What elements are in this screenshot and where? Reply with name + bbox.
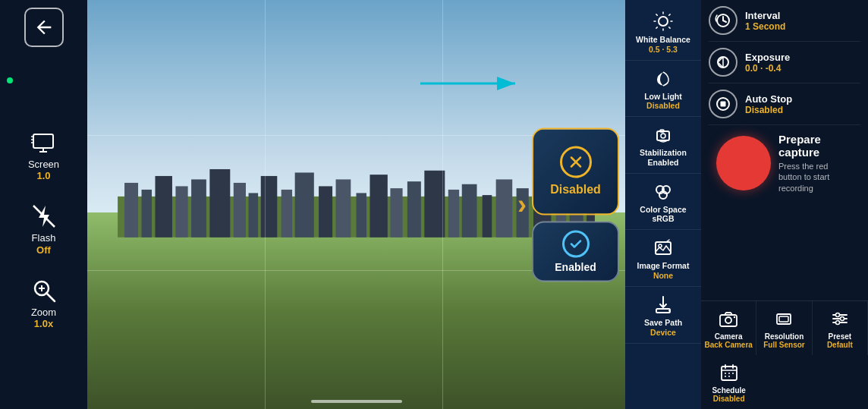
- flash-value: Off: [36, 244, 51, 256]
- color-space-icon: [652, 180, 675, 203]
- bottom-setting-schedule[interactable]: Schedule Disabled: [701, 355, 756, 409]
- svg-point-45: [659, 17, 668, 26]
- settings-row-exposure[interactable]: Exposure 0.0 · -0.4: [709, 42, 860, 83]
- screen-value: 1.0: [36, 170, 50, 181]
- svg-rect-31: [424, 171, 445, 238]
- toggle-enabled-button[interactable]: Enabled: [532, 221, 619, 282]
- color-space-label: Color Space: [640, 205, 686, 215]
- preset-icon: [829, 307, 851, 330]
- sidebar-item-flash[interactable]: Flash Off: [30, 203, 58, 255]
- svg-rect-26: [336, 179, 351, 237]
- svg-point-71: [840, 317, 844, 321]
- svg-rect-24: [295, 172, 314, 237]
- image-format-label: Image Format: [637, 261, 690, 271]
- svg-rect-20: [234, 183, 246, 238]
- svg-point-55: [668, 310, 670, 311]
- svg-rect-14: [124, 183, 138, 238]
- image-format-icon: [652, 236, 675, 259]
- svg-rect-23: [281, 190, 292, 238]
- settings-row-interval[interactable]: Interval 1 Second: [709, 0, 860, 42]
- svg-rect-46: [657, 131, 669, 140]
- preset-label: Preset: [829, 332, 852, 341]
- record-area: Prepare capture Press the red button to …: [709, 125, 860, 201]
- svg-point-64: [734, 316, 735, 318]
- svg-rect-18: [191, 179, 206, 237]
- bottom-setting-resolution[interactable]: Resolution Full Sensor: [756, 301, 812, 355]
- color-space-value: sRGB: [652, 214, 674, 223]
- low-light-icon: [652, 67, 675, 90]
- status-dot: [7, 77, 13, 83]
- sidebar-item-screen[interactable]: Screen 1.0: [28, 129, 59, 181]
- x-circle-icon: [560, 146, 592, 178]
- sidebar-item-zoom[interactable]: Zoom 1.0x: [30, 277, 58, 329]
- resolution-value: Full Sensor: [763, 341, 804, 349]
- auto-stop-icon: [709, 90, 737, 118]
- resolution-label: Resolution: [765, 332, 804, 341]
- svg-rect-61: [721, 102, 726, 107]
- screen-label: Screen: [28, 159, 59, 170]
- camera-value: Back Camera: [704, 341, 752, 349]
- svg-rect-19: [209, 169, 230, 238]
- right-panel-top: Interval 1 Second Exposure 0.0 · -0.4: [701, 0, 868, 300]
- back-button[interactable]: [24, 8, 64, 47]
- svg-rect-25: [319, 186, 332, 237]
- svg-rect-17: [175, 186, 187, 237]
- camera-icon: [717, 307, 740, 330]
- left-sidebar: Screen 1.0 Flash Off Zoom 1.0x: [0, 0, 87, 409]
- svg-line-58: [723, 20, 726, 22]
- svg-rect-21: [249, 193, 259, 237]
- schedule-label: Schedule: [712, 386, 745, 395]
- svg-rect-28: [370, 175, 387, 238]
- bottom-setting-preset[interactable]: Preset Default: [813, 301, 868, 355]
- camera-view: › Disabled Enabled: [87, 0, 625, 409]
- svg-rect-34: [483, 195, 492, 238]
- mid-item-image-format[interactable]: Image Format None: [625, 230, 701, 287]
- prepare-capture-title: Prepare capture: [778, 133, 853, 159]
- save-path-value: Device: [650, 328, 676, 337]
- right-panel: Interval 1 Second Exposure 0.0 · -0.4: [701, 0, 868, 409]
- save-path-icon: [652, 293, 675, 316]
- stabilization-label: Stabilization: [640, 148, 687, 158]
- stabilization-icon: [652, 123, 675, 146]
- flash-icon: [30, 203, 58, 230]
- svg-rect-27: [357, 193, 366, 237]
- svg-rect-16: [155, 176, 171, 238]
- white-balance-icon: [652, 10, 675, 33]
- svg-rect-54: [656, 309, 670, 313]
- svg-rect-35: [496, 179, 513, 237]
- svg-rect-33: [462, 184, 477, 238]
- bottom-setting-camera[interactable]: Camera Back Camera: [701, 301, 756, 355]
- middle-panel: White Balance 0.5 · 5.3 Low Light Disabl…: [625, 0, 701, 409]
- low-light-label: Low Light: [644, 92, 682, 102]
- svg-line-10: [46, 293, 55, 301]
- settings-row-auto-stop[interactable]: Auto Stop Disabled: [709, 83, 860, 125]
- bottom-home-indicator: [311, 400, 402, 403]
- interval-value: 1 Second: [745, 21, 785, 32]
- record-button[interactable]: [716, 136, 771, 190]
- toggle-disabled-label: Disabled: [550, 183, 601, 197]
- interval-label: Interval: [745, 10, 785, 21]
- toggle-disabled-button[interactable]: Disabled: [532, 127, 619, 215]
- svg-rect-29: [390, 188, 402, 238]
- white-balance-value: 0.5 · 5.3: [649, 45, 678, 54]
- svg-rect-32: [448, 190, 459, 238]
- low-light-value: Disabled: [646, 101, 680, 110]
- mid-item-low-light[interactable]: Low Light Disabled: [625, 61, 701, 118]
- mid-item-save-path[interactable]: Save Path Device: [625, 287, 701, 344]
- exposure-icon: [709, 48, 737, 77]
- camera-label: Camera: [715, 332, 743, 341]
- toggle-overlay: Disabled Enabled: [526, 121, 625, 288]
- svg-rect-0: [33, 134, 53, 148]
- prepare-capture-subtitle: Press the red button to start recording: [778, 161, 853, 193]
- mid-item-stabilization[interactable]: Stabilization Enabled: [625, 117, 701, 174]
- exposure-text: Exposure 0.0 · -0.4: [745, 52, 790, 74]
- back-icon: [33, 17, 55, 38]
- auto-stop-value: Disabled: [745, 105, 792, 115]
- arrow-indicator: [420, 68, 527, 99]
- schedule-value: Disabled: [713, 395, 745, 403]
- mid-item-white-balance[interactable]: White Balance 0.5 · 5.3: [625, 4, 701, 61]
- mid-item-color-space[interactable]: Color Space sRGB: [625, 174, 701, 231]
- check-circle-icon: [562, 230, 590, 257]
- svg-point-63: [725, 317, 731, 323]
- toggle-enabled-label: Enabled: [555, 260, 596, 272]
